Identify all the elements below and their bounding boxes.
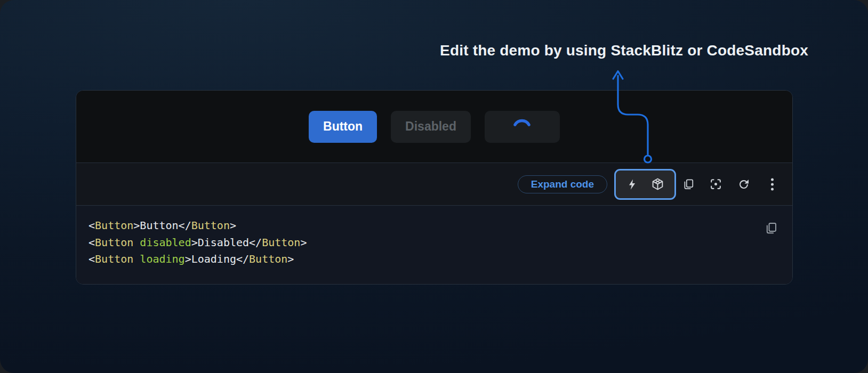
- copy-icon: [765, 221, 777, 236]
- loading-button[interactable]: [485, 111, 560, 143]
- demo-panel: Button Disabled Expand code: [76, 90, 793, 285]
- stackblitz-button[interactable]: [626, 178, 638, 191]
- copy-icon: [682, 177, 694, 191]
- refresh-demo-button[interactable]: [737, 178, 750, 191]
- code-line: <Button loading>Loading</Button>: [89, 251, 760, 268]
- copy-demo-button[interactable]: [682, 177, 694, 191]
- code-line: <Button>Button</Button>: [89, 217, 760, 234]
- kebab-menu-icon: [770, 177, 774, 191]
- refresh-icon: [737, 178, 750, 191]
- more-actions-button[interactable]: [770, 177, 774, 191]
- online-editors-group: [614, 169, 676, 200]
- annotation-title: Edit the demo by using StackBlitz or Cod…: [440, 42, 808, 59]
- expand-code-button[interactable]: Expand code: [518, 175, 607, 193]
- code-block: <Button>Button</Button><Button disabled>…: [76, 206, 792, 268]
- loading-spinner-icon: [485, 111, 560, 143]
- primary-button[interactable]: Button: [309, 111, 377, 143]
- code-area: <Button>Button</Button><Button disabled>…: [76, 206, 792, 284]
- lightning-bolt-icon: [626, 178, 638, 191]
- page-background: Edit the demo by using StackBlitz or Cod…: [0, 0, 868, 373]
- demo-preview-area: Button Disabled: [76, 91, 792, 163]
- copy-code-button[interactable]: [765, 221, 777, 236]
- codesandbox-button[interactable]: [651, 177, 664, 191]
- demo-toolbar: Expand code: [76, 163, 792, 206]
- scan-focus-icon: [709, 177, 722, 191]
- disabled-button: Disabled: [391, 111, 471, 143]
- cube-icon: [651, 177, 664, 191]
- code-line: <Button disabled>Disabled</Button>: [89, 234, 760, 252]
- isolate-demo-button[interactable]: [709, 177, 722, 191]
